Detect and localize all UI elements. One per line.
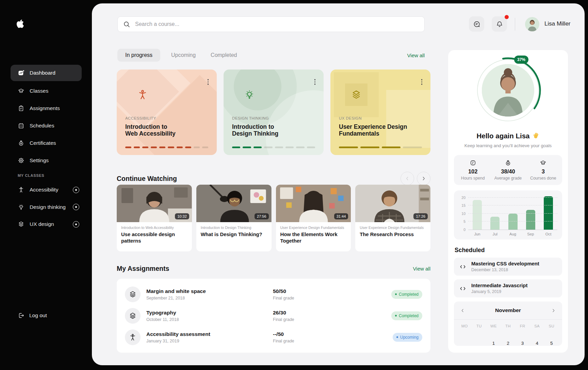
calendar-date[interactable]: 2 [501, 341, 516, 346]
assignment-title: Accessibility assessment [146, 331, 273, 337]
video-card[interactable]: 10:32 Introduction to Web Accessibility … [117, 185, 192, 251]
search-input[interactable] [134, 21, 419, 28]
clipboard-icon [18, 105, 24, 112]
sidebar-item-dashboard[interactable]: Dashboard [11, 65, 82, 81]
assignment-row[interactable]: Typography October 11, 2018 26/30 Final … [117, 305, 430, 326]
assignments-table: Margin and white space September 21, 201… [117, 279, 430, 353]
calendar-date[interactable]: 5 [544, 341, 559, 346]
sidebar-class-accessibility[interactable]: Accessibility [11, 181, 82, 199]
class-status-radio[interactable] [73, 187, 79, 193]
calendar-day-header: SA [530, 324, 544, 328]
sidebar-item-settings[interactable]: Settings [11, 152, 82, 169]
sidebar-my-classes: Accessibility Design thinking UX design [11, 181, 82, 233]
sidebar-class-label: Accessibility [30, 187, 58, 193]
y-tick-label: 15 [459, 203, 466, 207]
header-avatar[interactable] [525, 17, 539, 31]
chart-bar [490, 217, 500, 230]
stat-value: 102 [455, 168, 490, 175]
messages-button[interactable] [469, 16, 484, 32]
card-menu-button[interactable] [419, 77, 425, 87]
stat-label: Courses done [526, 176, 561, 181]
progress-segment [177, 147, 183, 148]
code-icon [459, 285, 467, 292]
progress-segment [151, 147, 157, 148]
y-tick-label: 20 [459, 196, 466, 200]
video-course: Introduction to Design Thinking [201, 226, 267, 230]
x-tick-label: Oct [542, 232, 554, 236]
calendar-empty-cell [457, 341, 472, 346]
course-card-web-accessibility[interactable]: ACCESSIBILITY Introduction toWeb Accessi… [117, 70, 217, 155]
progress-ring: 37% [474, 56, 542, 124]
calendar-next-button[interactable] [551, 308, 556, 313]
card-menu-button[interactable] [206, 77, 211, 87]
scheduled-item-date: January 5, 2019 [471, 289, 527, 294]
class-status-radio[interactable] [73, 204, 79, 210]
calendar-prev-button[interactable] [460, 308, 465, 313]
video-thumbnail: 31:44 [276, 185, 351, 222]
courses-view-all-link[interactable]: View all [407, 52, 425, 58]
calendar-day-header: SU [544, 324, 559, 328]
x-tick-label: Jul [489, 232, 501, 236]
course-progress-bar [125, 147, 208, 148]
progress-segment [264, 147, 272, 148]
scheduled-item[interactable]: Intermediate Javascript January 5, 2019 [454, 279, 562, 297]
y-tick-label: 10 [459, 212, 466, 216]
chat-icon [473, 20, 480, 28]
video-card[interactable]: 31:44 User Experience Design Fundamental… [276, 185, 351, 251]
sidebar-item-classes[interactable]: Classes [11, 82, 82, 99]
assignment-grade-label: Final grade [273, 339, 393, 343]
tab-upcoming[interactable]: Upcoming [171, 52, 196, 58]
sidebar-class-ux-design[interactable]: UX design [11, 216, 82, 233]
notifications-button[interactable] [492, 16, 507, 32]
assignment-row[interactable]: Accessibility assessment January 31, 201… [117, 326, 430, 348]
progress-segment [403, 147, 422, 148]
assignment-date: October 11, 2018 [146, 317, 273, 322]
calendar-date[interactable]: 1 [486, 341, 501, 346]
calendar-date[interactable]: 3 [515, 341, 530, 346]
lightbulb-icon [244, 89, 255, 100]
sidebar-class-design-thinking[interactable]: Design thinking [11, 199, 82, 216]
tab-in-progress[interactable]: In progress [117, 49, 160, 62]
assignment-title: Typography [146, 310, 273, 316]
card-menu-button[interactable] [312, 77, 318, 87]
layers-icon [351, 89, 362, 100]
video-duration: 10:32 [175, 213, 189, 219]
video-thumbnail: 27:56 [196, 185, 272, 222]
carousel-prev-button[interactable] [401, 172, 414, 185]
sidebar-nav: Dashboard Classes Assignments Schedules [11, 65, 82, 169]
assignment-row[interactable]: Margin and white space September 21, 201… [117, 283, 430, 305]
progress-segment [339, 147, 358, 148]
class-status-radio[interactable] [73, 221, 79, 228]
profile-photo [482, 64, 534, 117]
clock-icon [470, 159, 476, 166]
video-card[interactable]: 17:26 User Experience Design Fundamental… [355, 185, 430, 251]
course-card-design-thinking[interactable]: DESIGN THINKING Introduction toDesign Th… [224, 70, 324, 155]
assignment-grade-label: Final grade [273, 317, 391, 322]
y-tick-label: 0 [459, 228, 466, 232]
logout-button[interactable]: Log out [18, 312, 47, 319]
sidebar-item-schedules[interactable]: Schedules [11, 117, 82, 134]
sidebar-item-label: Schedules [30, 123, 54, 129]
tab-completed[interactable]: Completed [211, 52, 237, 58]
sidebar-item-assignments[interactable]: Assignments [11, 99, 82, 117]
my-classes-label: MY CLASSES [18, 173, 44, 178]
assignments-view-all-link[interactable]: View all [413, 266, 430, 272]
course-card-ux-fundamentals[interactable]: UX DESIGN User Experience DesignFundamen… [330, 70, 430, 155]
accessibility-icon [137, 89, 148, 101]
calendar-date[interactable]: 4 [530, 341, 544, 346]
section-title: My Assignments [117, 265, 169, 273]
carousel-next-button[interactable] [417, 172, 430, 185]
search-bar[interactable] [117, 16, 425, 32]
bell-icon [496, 20, 503, 28]
status-badge: Completed [391, 290, 422, 299]
sidebar-item-certificates[interactable]: Certificates [11, 134, 82, 152]
chart-plot: 05101520 [468, 196, 557, 230]
progress-segment [125, 147, 131, 148]
course-category: UX DESIGN [339, 116, 362, 120]
video-card[interactable]: 27:56 Introduction to Design Thinking Wh… [196, 185, 272, 251]
sidebar-item-label: Assignments [30, 105, 60, 111]
progress-segment [254, 147, 262, 148]
section-title: Continue Watching [117, 175, 177, 183]
notification-dot [505, 15, 509, 19]
scheduled-item[interactable]: Mastering CSS development December 13, 2… [454, 258, 562, 276]
